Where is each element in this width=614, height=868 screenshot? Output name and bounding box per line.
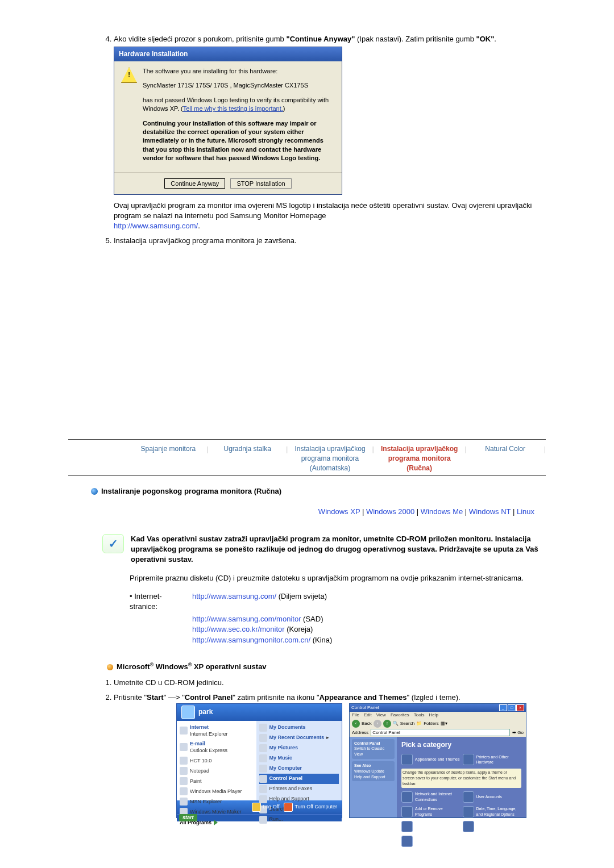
link-linux[interactable]: Linux: [517, 507, 534, 516]
app-icon: [180, 757, 188, 765]
username: park: [198, 707, 213, 717]
category-printers[interactable]: Printers and Other Hardware: [463, 754, 522, 765]
winxp-step-1: Umetnite CD u CD-ROM jedinicu.: [114, 678, 546, 688]
accessibility-icon: [463, 821, 474, 832]
link-sec-kr[interactable]: http://www.sec.co.kr/monitor: [192, 625, 285, 633]
cp-side-box[interactable]: Control Panel Switch to Classic View: [352, 739, 395, 759]
forward-icon[interactable]: ›: [374, 720, 381, 728]
tab-driver-auto[interactable]: Instalacija upravljačkogprograma monitor…: [295, 444, 366, 473]
link-windows-xp[interactable]: Windows XP: [318, 507, 360, 516]
start-left-item[interactable]: Paint: [180, 776, 254, 786]
folder-icon: [259, 754, 267, 762]
cp-toolbar[interactable]: ‹Back › ↑ 🔍Search 📁Folders ▦▾: [350, 719, 526, 729]
minimize-icon[interactable]: _: [499, 704, 507, 711]
tab-row: Spajanje monitora | Ugradnja stalka | In…: [68, 444, 546, 473]
cp-side-box[interactable]: See Also Windows Update Help and Support: [352, 761, 395, 781]
stop-installation-button[interactable]: STOP Installation: [230, 178, 291, 189]
views-icon[interactable]: ▦▾: [441, 720, 447, 727]
folder-icon: [259, 734, 267, 742]
start-right-item[interactable]: My Computer: [259, 763, 339, 774]
cp-menubar[interactable]: FileEditViewFavoritesToolsHelp: [350, 712, 526, 719]
start-right-item[interactable]: My Recent Documents ▸: [259, 733, 339, 743]
category-datetime[interactable]: Date, Time, Language, and Regional Optio…: [463, 806, 522, 817]
turnoff-button[interactable]: Turn Off Computer: [284, 803, 337, 812]
cp-title: Control Panel: [351, 704, 379, 711]
step4-text: Ako vidite sljedeći prozor s porukom, pr…: [114, 35, 496, 43]
address-label: Address: [352, 729, 368, 736]
users-icon: [463, 791, 474, 803]
sounds-icon: [401, 821, 413, 832]
computer-icon: [259, 765, 267, 773]
tab-natural-color[interactable]: Natural Color: [474, 444, 537, 454]
tab-driver-manual[interactable]: Instalacija upravljačkogprograma monitor…: [381, 444, 458, 473]
control-panel-screenshot: Control Panel _ □ × FileEditViewFavorite…: [349, 703, 526, 818]
start-left-item[interactable]: Windows Media Player: [180, 786, 254, 796]
back-icon[interactable]: ‹: [352, 720, 360, 728]
start-right-item[interactable]: My Documents: [259, 723, 339, 733]
warning-icon: !: [121, 67, 137, 83]
tab-sep: |: [286, 444, 288, 454]
start-right-item[interactable]: My Music: [259, 753, 339, 763]
continue-anyway-button[interactable]: Continue Anyway: [164, 178, 225, 189]
category-network[interactable]: Network and Internet Connections: [401, 791, 460, 803]
logo-testing-link[interactable]: Tell me why this testing is important.: [183, 105, 283, 112]
turnoff-icon: [284, 803, 293, 812]
address-input[interactable]: [371, 729, 510, 736]
addremove-icon: [401, 806, 413, 817]
up-icon[interactable]: ↑: [383, 720, 391, 728]
tab-install-stand[interactable]: Ugradnja stalka: [215, 444, 279, 454]
tooltip: Change the appearance of desktop items, …: [401, 769, 521, 787]
ie-icon: [180, 727, 188, 735]
cp-sidebar: Control Panel Switch to Classic View See…: [350, 737, 397, 817]
start-right-item[interactable]: My Pictures: [259, 743, 339, 753]
divider-bottom: [68, 475, 546, 476]
folders-icon[interactable]: 📁: [416, 720, 422, 727]
link-windows-me[interactable]: Windows Me: [421, 507, 463, 516]
logoff-icon: [252, 803, 261, 812]
divider-top: [68, 439, 546, 440]
category-appearance[interactable]: Appearance and Themes: [401, 754, 460, 765]
os-links: Windows XP | Windows 2000 | Windows Me |…: [68, 507, 546, 517]
link-samsung-world[interactable]: http://www.samsung.com/: [192, 592, 276, 600]
mail-icon: [180, 743, 188, 751]
start-button[interactable]: start: [179, 814, 197, 821]
link-samsung-monitor-us[interactable]: http://www.samsung.com/monitor: [192, 615, 301, 623]
link-windows-nt[interactable]: Windows NT: [469, 507, 511, 516]
category-performance[interactable]: Performance and Maintenance: [401, 836, 460, 847]
category-accessibility[interactable]: Accessibility Options: [463, 821, 522, 832]
bullet-icon: [91, 488, 98, 495]
search-icon[interactable]: 🔍: [393, 720, 399, 727]
start-left-item[interactable]: E-mailOutlook Express: [180, 739, 254, 756]
link-windows-2000[interactable]: Windows 2000: [366, 507, 414, 516]
go-button[interactable]: ➡ Go: [512, 729, 524, 736]
close-icon[interactable]: ×: [516, 704, 524, 711]
start-left-item[interactable]: HCT 10.0: [180, 756, 254, 766]
winxp-step-2: Pritisnite "Start" —> "Control Panel" za…: [114, 692, 546, 817]
category-sounds[interactable]: Sounds, Speech, and Audio Devices: [401, 821, 460, 832]
heading-manual-install: Instaliranje pogonskog programa monitora…: [91, 486, 546, 496]
category-addremove[interactable]: Add or Remove Programs: [401, 806, 460, 817]
samsung-home-link[interactable]: http://www.samsung.com/: [114, 222, 198, 230]
tab-sep: |: [372, 444, 374, 454]
tab-sep: |: [544, 444, 546, 454]
category-users[interactable]: User Accounts: [463, 791, 522, 803]
pick-category: Pick a category: [401, 740, 521, 750]
tab-connect-monitor[interactable]: Spajanje monitora: [136, 444, 200, 454]
start-left-item[interactable]: Notepad: [180, 766, 254, 776]
logoff-button[interactable]: Log Off: [252, 803, 279, 812]
avatar: [181, 706, 195, 719]
dialog-title: Hardware Installation: [114, 47, 342, 61]
internet-label: Internet-stranice:: [130, 591, 181, 612]
link-samsung-cn[interactable]: http://www.samsungmonitor.com.cn/: [192, 636, 310, 644]
start-left-item[interactable]: InternetInternet Explorer: [180, 723, 254, 739]
notepad-icon: [180, 767, 188, 775]
start-right-item[interactable]: Printers and Faxes: [259, 784, 339, 794]
start-right-item[interactable]: Run...: [259, 815, 339, 825]
performance-icon: [401, 836, 413, 847]
control-panel-item[interactable]: Control Panel: [259, 774, 339, 784]
tab-sep: |: [464, 444, 466, 454]
internet-links-block: Internet-stranice: http://www.samsung.co…: [68, 591, 546, 645]
maximize-icon[interactable]: □: [508, 704, 516, 711]
start-left-item[interactable]: MSN Explorer: [180, 796, 254, 807]
network-icon: [401, 791, 413, 803]
